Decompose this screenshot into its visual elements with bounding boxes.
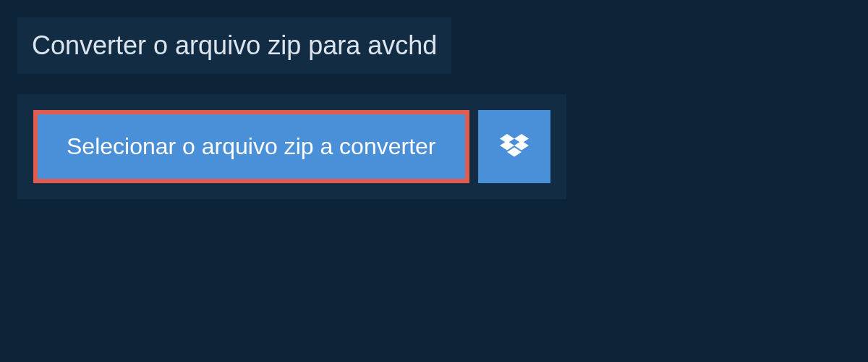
dropbox-icon [500, 134, 529, 160]
converter-panel: Converter o arquivo zip para avchd Selec… [0, 0, 868, 216]
select-file-button[interactable]: Selecionar o arquivo zip a converter [33, 110, 469, 183]
title-box: Converter o arquivo zip para avchd [17, 17, 451, 74]
page-title: Converter o arquivo zip para avchd [32, 30, 437, 61]
dropbox-button[interactable] [478, 110, 550, 183]
action-row: Selecionar o arquivo zip a converter [17, 94, 566, 199]
select-file-label: Selecionar o arquivo zip a converter [67, 133, 436, 160]
